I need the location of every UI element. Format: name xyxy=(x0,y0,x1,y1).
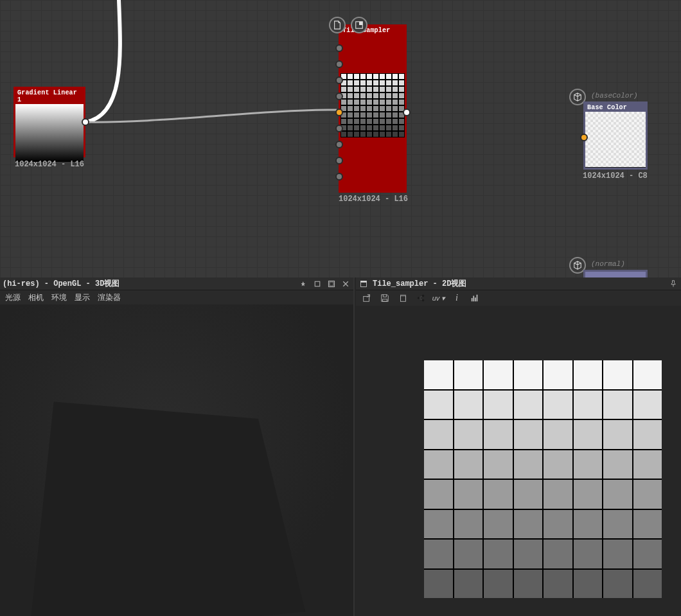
node-caption: 1024x1024 - L16 xyxy=(339,195,408,204)
menu-light[interactable]: 光源 xyxy=(5,292,21,303)
histogram-icon[interactable] xyxy=(469,292,481,304)
svg-rect-4 xyxy=(330,282,333,286)
output-port[interactable] xyxy=(403,109,411,116)
input-port[interactable] xyxy=(335,125,343,132)
info-icon[interactable]: i xyxy=(451,292,463,304)
panel-3d-view: (hi-res) - OpenGL - 3D视图 光源 相机 环境 显示 渲染器 xyxy=(0,277,355,616)
viewport-3d[interactable] xyxy=(0,304,353,616)
annotation-basecolor: (baseColor) xyxy=(591,92,638,100)
menu-camera[interactable]: 相机 xyxy=(28,292,44,303)
svg-rect-7 xyxy=(364,296,369,301)
input-port[interactable] xyxy=(335,76,343,84)
svg-point-11 xyxy=(422,299,425,302)
node-tile-sampler[interactable]: Tile Sampler xyxy=(339,24,407,193)
panel-3d-title: (hi-res) - OpenGL - 3D视图 xyxy=(3,278,119,289)
share-icon[interactable] xyxy=(415,292,427,304)
node-graph-canvas[interactable]: Gradient Linear 1 1024x1024 - L16 Tile S… xyxy=(0,0,681,277)
svg-rect-8 xyxy=(401,296,406,302)
input-port-active[interactable] xyxy=(580,134,588,141)
node-title: Gradient Linear 1 xyxy=(15,89,84,104)
pin-icon[interactable] xyxy=(668,279,678,289)
svg-point-9 xyxy=(418,297,420,299)
node-thumbnail-tilegrid xyxy=(340,73,405,137)
svg-rect-2 xyxy=(315,281,320,286)
svg-rect-6 xyxy=(361,281,367,282)
node-caption: 1024x1024 - L16 xyxy=(15,160,84,169)
close-icon[interactable] xyxy=(340,279,351,289)
menu-display[interactable]: 显示 xyxy=(75,292,90,303)
node-action-document-icon[interactable] xyxy=(329,17,346,33)
panel-3d-titlebar: (hi-res) - OpenGL - 3D视图 xyxy=(0,277,353,290)
save-icon[interactable] xyxy=(379,292,391,304)
menu-renderer[interactable]: 渲染器 xyxy=(98,292,121,303)
node-action-layout-icon[interactable] xyxy=(351,17,367,33)
plane-preview-3d xyxy=(29,394,305,616)
node-thumbnail-checker xyxy=(585,112,646,167)
viewport-2d[interactable] xyxy=(356,306,681,616)
panel-2d-toolbar: uv ▾ i xyxy=(356,290,681,306)
input-port[interactable] xyxy=(335,173,343,180)
node-title: Base Color xyxy=(585,103,646,112)
pin-icon[interactable] xyxy=(298,279,308,289)
input-port[interactable] xyxy=(335,92,343,100)
export-icon[interactable] xyxy=(361,292,373,304)
svg-rect-1 xyxy=(359,22,362,25)
panel-2d-titlebar: Tile_sampler - 2D视图 xyxy=(356,277,681,290)
menu-env[interactable]: 环境 xyxy=(51,292,67,303)
input-port-active[interactable] xyxy=(335,109,343,116)
node-caption: 1024x1024 - C8 xyxy=(583,172,648,180)
node-title: Tile Sampler xyxy=(340,26,405,35)
node-normal-peek[interactable] xyxy=(583,270,648,277)
panel-3d-menubar: 光源 相机 环境 显示 渲染器 xyxy=(0,290,353,304)
maximize-icon[interactable] xyxy=(326,279,337,289)
restore-icon[interactable] xyxy=(312,279,323,289)
panel-2d-title: Tile_sampler - 2D视图 xyxy=(373,278,466,289)
input-port[interactable] xyxy=(335,157,343,164)
panel-2d-view: Tile_sampler - 2D视图 uv ▾ i xyxy=(356,277,681,616)
svg-point-10 xyxy=(422,295,425,297)
node-gradient-linear[interactable]: Gradient Linear 1 xyxy=(13,87,85,157)
tile-preview-grid xyxy=(424,360,662,598)
input-port[interactable] xyxy=(335,44,343,52)
output-port[interactable] xyxy=(82,118,89,126)
node-base-color[interactable]: Base Color xyxy=(583,101,648,170)
input-port[interactable] xyxy=(335,60,343,68)
copy-icon[interactable] xyxy=(397,292,409,304)
uv-icon[interactable]: uv ▾ xyxy=(433,292,445,304)
node-thumbnail-gradient xyxy=(15,104,84,162)
annotation-normal: (normal) xyxy=(591,260,625,268)
input-port[interactable] xyxy=(335,141,343,148)
window-icon xyxy=(358,279,369,289)
